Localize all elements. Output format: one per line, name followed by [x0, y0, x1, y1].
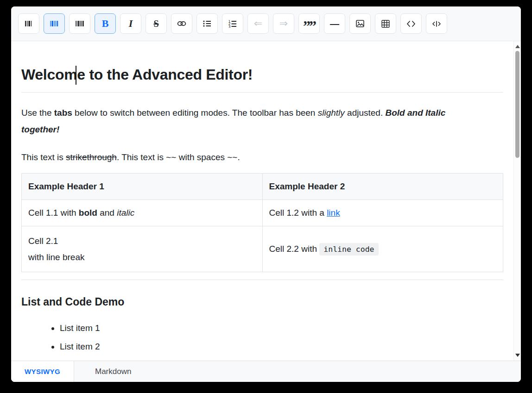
table-cell: Cell 2.1with line break	[22, 226, 263, 272]
bullet-list-icon	[202, 19, 212, 29]
heading-1-button[interactable]	[18, 13, 39, 34]
list-item: List item 1	[60, 322, 503, 334]
heading-2-icon	[49, 19, 59, 29]
paragraph-1: Use the tabs below to switch between edi…	[21, 105, 503, 138]
paragraph-2: This text is strikethrough. This text is…	[21, 149, 503, 166]
text-cursor	[76, 66, 76, 85]
toolbar: B I S	[11, 6, 521, 41]
blockquote-icon: ””	[303, 17, 315, 31]
scrollbar-thumb[interactable]	[515, 51, 519, 158]
code-button[interactable]	[400, 13, 422, 34]
table-header-cell: Example Header 1	[22, 174, 263, 200]
bold-text: tabs	[54, 108, 72, 118]
mode-tabbar: WYSIWYG Markdown	[11, 361, 521, 382]
document-table: Example Header 1 Example Header 2 Cell 1…	[21, 173, 503, 272]
link-icon	[177, 19, 187, 29]
list-item: List item 2	[60, 340, 503, 353]
table-icon	[380, 19, 391, 29]
scrollbar[interactable]	[513, 41, 521, 361]
strikethrough-text: strikethrough	[66, 152, 117, 162]
scroll-down-arrow[interactable]	[515, 354, 520, 357]
document-title: Welcome to the Advanced Editor!	[21, 65, 503, 93]
code-block-button[interactable]	[426, 13, 447, 34]
inline-code-text: inline code	[319, 243, 378, 256]
bullet-list-button[interactable]	[196, 13, 218, 34]
tab-wysiwyg[interactable]: WYSIWYG	[11, 361, 74, 382]
image-icon	[355, 19, 365, 29]
heading-3-icon	[75, 19, 85, 29]
table-cell: Cell 2.2 with inline code	[262, 226, 503, 272]
ordered-list-icon: 123	[228, 19, 238, 29]
svg-text:3: 3	[228, 25, 231, 29]
blockquote-button[interactable]: ””	[298, 13, 320, 34]
heading-3-button[interactable]	[69, 13, 90, 34]
document[interactable]: Welcome to the Advanced Editor! Use the …	[11, 41, 513, 361]
table-cell: Cell 1.2 with a link	[262, 200, 503, 226]
strikethrough-icon: S	[153, 19, 158, 28]
strikethrough-button[interactable]: S	[146, 13, 167, 34]
horizontal-rule	[21, 280, 503, 280]
horizontal-rule-button[interactable]: —	[324, 13, 345, 34]
table-cell: Cell 1.1 with bold and italic	[22, 200, 263, 226]
bold-button[interactable]: B	[95, 13, 116, 34]
italic-text: slightly	[318, 108, 345, 118]
table-row: Cell 1.1 with bold and italic Cell 1.2 w…	[22, 200, 503, 226]
section-heading: List and Code Demo	[21, 295, 503, 309]
scroll-up-arrow[interactable]	[515, 45, 520, 48]
ordered-list-button[interactable]: 123	[222, 13, 243, 34]
indent-button: ⇒	[273, 13, 294, 34]
editor-content-area[interactable]: Welcome to the Advanced Editor! Use the …	[11, 41, 521, 361]
horizontal-rule-icon: —	[330, 19, 339, 28]
tab-markdown[interactable]: Markdown	[74, 361, 152, 382]
link-button[interactable]	[171, 13, 192, 34]
bold-italic-text: together!	[21, 125, 59, 134]
table-header-cell: Example Header 2	[262, 174, 503, 200]
italic-button[interactable]: I	[120, 13, 141, 34]
code-block-icon	[431, 19, 442, 29]
bold-icon: B	[102, 19, 109, 29]
bullet-list: List item 1 List item 2 List item 3	[21, 322, 503, 361]
image-button[interactable]	[349, 13, 371, 34]
italic-icon: I	[129, 19, 133, 29]
outdent-icon: ⇐	[254, 19, 262, 29]
outdent-button: ⇐	[247, 13, 269, 34]
heading-2-button[interactable]	[44, 13, 65, 34]
bold-italic-text: Bold and Italic	[385, 108, 445, 118]
table-row: Cell 2.1with line break Cell 2.2 with in…	[22, 226, 503, 272]
code-icon	[406, 19, 416, 29]
indent-icon: ⇒	[279, 19, 288, 29]
editor-window: B I S	[11, 6, 521, 382]
heading-1-icon	[24, 19, 34, 29]
list-item: List item 3	[60, 359, 503, 361]
cell-link[interactable]: link	[327, 208, 340, 218]
table-button[interactable]	[375, 13, 396, 34]
table-header-row: Example Header 1 Example Header 2	[22, 174, 503, 200]
